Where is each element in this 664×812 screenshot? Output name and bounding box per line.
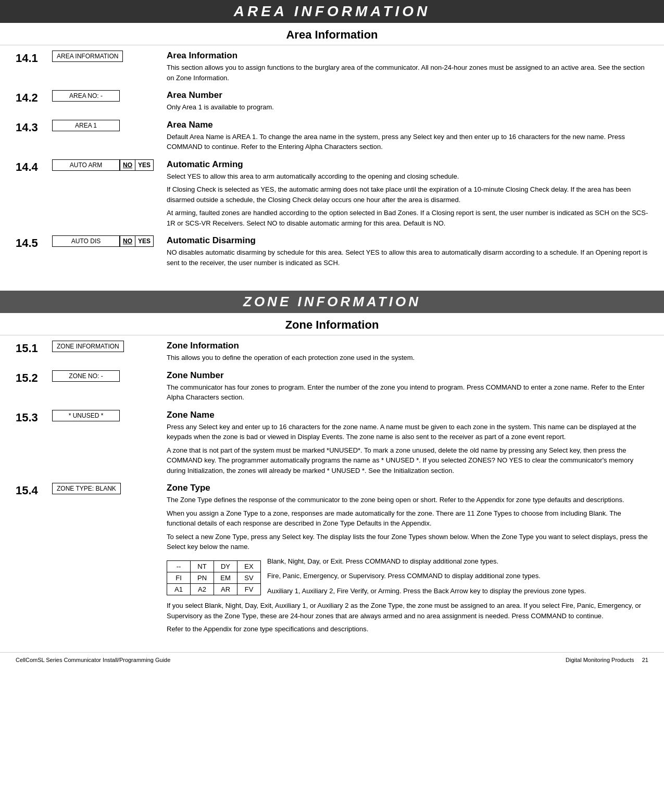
table-cell: DY	[214, 560, 237, 572]
lcd-with-buttons: AUTO ARMNOYES	[52, 159, 161, 171]
row-number: 14.5	[16, 235, 52, 250]
lcd-display: ZONE TYPE: BLANK	[52, 483, 121, 494]
zone-type-label: Auxiliary 1, Auxiliary 2, Fire Verify, o…	[267, 586, 586, 596]
body-paragraph: Refer to the Appendix for zone type spec…	[167, 624, 648, 634]
lcd-display: ZONE INFORMATION	[52, 341, 124, 352]
row-heading: Zone Name	[167, 410, 648, 420]
lcd-display: AUTO DIS	[52, 235, 120, 247]
area-row-14.4: 14.4AUTO ARMNOYESAutomatic ArmingSelect …	[16, 159, 648, 229]
row-label-area: AUTO DISNOYES	[52, 235, 161, 247]
row-body: Press any Select key and enter up to 16 …	[167, 422, 648, 476]
no-button[interactable]: NO	[120, 160, 135, 170]
lcd-display: * UNUSED *	[52, 410, 120, 421]
row-heading: Area Name	[167, 120, 648, 130]
row-content: Automatic DisarmingNO disables automatic…	[167, 235, 648, 268]
row-label-area: ZONE NO: -	[52, 370, 161, 382]
table-cell: NT	[191, 560, 214, 572]
row-heading: Area Number	[167, 90, 648, 101]
row-content: Zone InformationThis allows you to defin…	[167, 341, 648, 363]
footer: CellComSL Series Communicator Install/Pr…	[0, 652, 664, 667]
row-label-area: AREA INFORMATION	[52, 51, 161, 62]
table-cell: FV	[237, 583, 261, 595]
row-number: 14.4	[16, 159, 52, 174]
row-heading: Zone Number	[167, 370, 648, 381]
zone-row-15.2: 15.2ZONE NO: -Zone NumberThe communicato…	[16, 370, 648, 403]
area-row-14.2: 14.2AREA NO: -Area NumberOnly Area 1 is …	[16, 90, 648, 113]
footer-right: Digital Monitoring Products	[566, 657, 634, 663]
body-paragraph: A zone that is not part of the system mu…	[167, 445, 648, 476]
row-label-area: AREA NO: -	[52, 90, 161, 102]
body-paragraph: At arming, faulted zones are handled acc…	[167, 208, 648, 228]
zone-type-table: --NTDYEXFIPNEMSVA1A2ARFV	[167, 560, 261, 595]
row-body-after: If you select Blank, Night, Day, Exit, A…	[167, 601, 648, 634]
row-label-area: ZONE INFORMATION	[52, 341, 161, 352]
table-cell: FI	[167, 572, 191, 583]
area-row-14.5: 14.5AUTO DISNOYESAutomatic DisarmingNO d…	[16, 235, 648, 268]
row-content: Area NumberOnly Area 1 is available to p…	[167, 90, 648, 113]
no-yes-selector[interactable]: NOYES	[119, 235, 154, 247]
row-body: The Zone Type defines the response of th…	[167, 495, 648, 552]
area-section-title: Area Information	[0, 23, 664, 45]
table-cell: SV	[237, 572, 261, 583]
row-heading: Automatic Disarming	[167, 235, 648, 246]
row-label-area: AUTO ARMNOYES	[52, 159, 161, 171]
yes-button[interactable]: YES	[135, 236, 153, 246]
no-button[interactable]: NO	[120, 236, 135, 246]
zone-row-15.4: 15.4ZONE TYPE: BLANKZone TypeThe Zone Ty…	[16, 483, 648, 634]
row-heading: Zone Type	[167, 483, 648, 493]
body-paragraph: NO disables automatic disarming by sched…	[167, 247, 648, 268]
zone-type-label: Fire, Panic, Emergency, or Supervisory. …	[267, 571, 586, 581]
row-body: Select YES to allow this area to arm aut…	[167, 171, 648, 229]
row-body: NO disables automatic disarming by sched…	[167, 247, 648, 268]
no-yes-selector[interactable]: NOYES	[119, 159, 154, 171]
zone-row-15.3: 15.3* UNUSED *Zone NamePress any Select …	[16, 410, 648, 476]
table-row: FIPNEMSV	[167, 572, 261, 583]
footer-page-num: 21	[642, 657, 648, 663]
row-number: 15.1	[16, 341, 52, 355]
body-paragraph: This allows you to define the operation …	[167, 353, 648, 363]
footer-page: Digital Monitoring Products 21	[566, 657, 648, 663]
lcd-display: AUTO ARM	[52, 159, 120, 171]
table-cell: EM	[214, 572, 237, 583]
row-body: Only Area 1 is available to program.	[167, 102, 648, 113]
row-content: Area InformationThis section allows you …	[167, 51, 648, 83]
zone-section-title: Zone Information	[0, 313, 664, 335]
table-row: A1A2ARFV	[167, 583, 261, 595]
row-number: 14.3	[16, 120, 52, 134]
zone-type-table-wrapper: --NTDYEXFIPNEMSVA1A2ARFVBlank, Night, Da…	[167, 556, 648, 598]
row-number: 14.2	[16, 90, 52, 105]
row-number: 15.3	[16, 410, 52, 424]
zone-row-15.1: 15.1ZONE INFORMATIONZone InformationThis…	[16, 341, 648, 363]
row-content: Zone NamePress any Select key and enter …	[167, 410, 648, 476]
row-label-area: * UNUSED *	[52, 410, 161, 421]
zone-banner: ZONE INFORMATION	[0, 291, 664, 313]
row-content: Automatic ArmingSelect YES to allow this…	[167, 159, 648, 229]
area-banner: AREA INFORMATION	[0, 0, 664, 23]
row-number: 15.2	[16, 370, 52, 385]
row-heading: Zone Information	[167, 341, 648, 351]
row-content: Zone NumberThe communicator has four zon…	[167, 370, 648, 403]
body-paragraph: Select YES to allow this area to arm aut…	[167, 171, 648, 182]
row-heading: Area Information	[167, 51, 648, 61]
row-body: This allows you to define the operation …	[167, 353, 648, 363]
row-body: Default Area Name is AREA 1. To change t…	[167, 132, 648, 152]
row-content: Area NameDefault Area Name is AREA 1. To…	[167, 120, 648, 152]
table-cell: --	[167, 560, 191, 572]
body-paragraph: If Closing Check is selected as YES, the…	[167, 184, 648, 205]
area-content: 14.1AREA INFORMATIONArea InformationThis…	[0, 45, 664, 280]
lcd-display: AREA NO: -	[52, 90, 120, 102]
row-number: 14.1	[16, 51, 52, 65]
zone-type-labels: Blank, Night, Day, or Exit. Press COMMAN…	[267, 556, 586, 598]
table-cell: A2	[191, 583, 214, 595]
row-body: The communicator has four zones to progr…	[167, 382, 648, 403]
area-row-14.1: 14.1AREA INFORMATIONArea InformationThis…	[16, 51, 648, 83]
body-paragraph: This section allows you to assign functi…	[167, 63, 648, 83]
footer-left: CellComSL Series Communicator Install/Pr…	[16, 657, 170, 663]
row-label-area: AREA 1	[52, 120, 161, 131]
body-paragraph: The communicator has four zones to progr…	[167, 382, 648, 403]
table-row: --NTDYEX	[167, 560, 261, 572]
yes-button[interactable]: YES	[135, 160, 153, 170]
row-label-area: ZONE TYPE: BLANK	[52, 483, 161, 494]
body-paragraph: When you assign a Zone Type to a zone, r…	[167, 508, 648, 529]
row-heading: Automatic Arming	[167, 159, 648, 170]
